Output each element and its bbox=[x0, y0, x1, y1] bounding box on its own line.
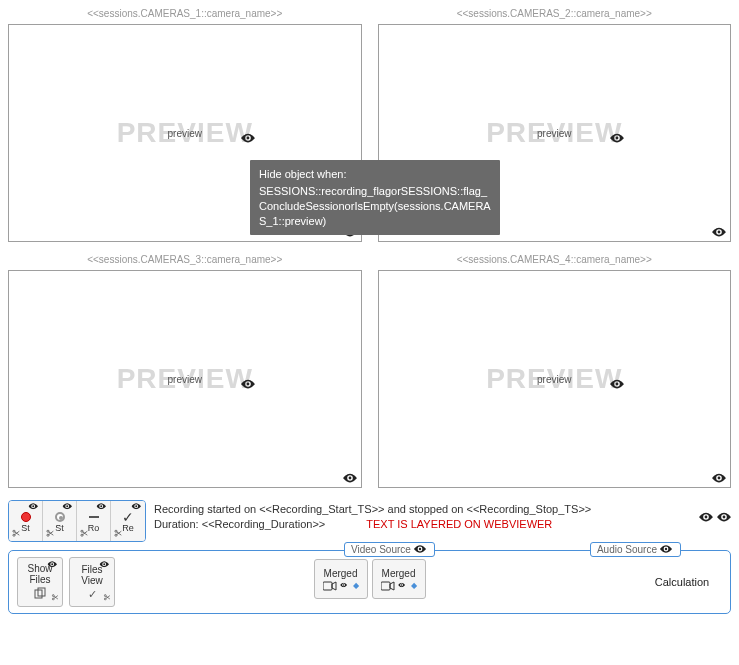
merge-buttons: Merged ◆ Merged ◆ bbox=[314, 559, 426, 599]
eye-icon bbox=[660, 545, 674, 555]
audio-source-tab[interactable]: Audio Source bbox=[590, 542, 681, 557]
camera-1-label: <<sessions.CAMERAS_1::camera_name>> bbox=[8, 8, 362, 22]
tab-label: Video Source bbox=[351, 544, 411, 555]
camera-grid: <<sessions.CAMERAS_1::camera_name>> PREV… bbox=[8, 8, 731, 488]
show-files-button[interactable]: Show Files bbox=[17, 557, 63, 607]
video-source-tab[interactable]: Video Source bbox=[344, 542, 435, 557]
diamond-icon: ◆ bbox=[353, 581, 359, 590]
scissors-icon bbox=[52, 594, 59, 602]
button-label: Merged bbox=[324, 568, 358, 579]
recording-status: Recording started on <<Recording_Start_T… bbox=[154, 500, 731, 533]
overlay-warning: TEXT IS LAYERED ON WEBVIEWER bbox=[366, 518, 552, 530]
tooltip-title: Hide object when: bbox=[259, 167, 491, 182]
scissors-icon bbox=[80, 529, 88, 539]
camcorder-icon bbox=[323, 581, 337, 591]
record-stop-button[interactable]: St bbox=[43, 501, 77, 541]
status-eyes bbox=[699, 512, 731, 522]
scissors-icon bbox=[12, 529, 20, 539]
check-icon: ✓ bbox=[122, 510, 134, 524]
camera-cell-3: <<sessions.CAMERAS_3::camera_name>> PREV… bbox=[8, 254, 362, 488]
button-label: Merged bbox=[382, 568, 416, 579]
eye-icon[interactable] bbox=[712, 473, 726, 483]
eye-icon bbox=[241, 379, 255, 389]
source-panel: Show Files Files View ✓ Merged ◆ Merged bbox=[8, 550, 731, 614]
scissors-icon bbox=[114, 529, 122, 539]
preview-field-placeholder: preview bbox=[535, 128, 573, 139]
duration-label: Duration: bbox=[154, 518, 199, 530]
tab-label: Audio Source bbox=[597, 544, 657, 555]
scissors-icon bbox=[46, 529, 54, 539]
eye-icon[interactable] bbox=[343, 473, 357, 483]
camera-4-preview-box[interactable]: PREVIEW preview bbox=[378, 270, 732, 488]
hide-condition-tooltip: Hide object when: SESSIONS::recording_fl… bbox=[250, 160, 500, 235]
eye-icon bbox=[47, 561, 58, 569]
stop-icon bbox=[55, 512, 65, 522]
eye-icon bbox=[241, 133, 255, 143]
eye-icon[interactable] bbox=[712, 227, 726, 237]
dash-icon bbox=[89, 516, 99, 518]
eye-icon bbox=[99, 561, 110, 569]
button-label: St bbox=[55, 524, 64, 533]
eye-icon[interactable] bbox=[699, 512, 713, 522]
preview-field-placeholder: preview bbox=[166, 374, 204, 385]
camera-3-label: <<sessions.CAMERAS_3::camera_name>> bbox=[8, 254, 362, 268]
record-icon bbox=[21, 512, 31, 522]
check-icon: ✓ bbox=[88, 588, 97, 600]
camera-3-preview-box[interactable]: PREVIEW preview bbox=[8, 270, 362, 488]
camera-4-label: <<sessions.CAMERAS_4::camera_name>> bbox=[378, 254, 732, 268]
diamond-icon: ◆ bbox=[411, 581, 417, 590]
recording-controls: St St Ro ✓ Re bbox=[8, 500, 146, 542]
controls-row: St St Ro ✓ Re Recording started on <<Rec… bbox=[8, 500, 731, 542]
button-label: St bbox=[21, 524, 30, 533]
eye-icon bbox=[414, 545, 428, 555]
merged-button-2[interactable]: Merged ◆ bbox=[372, 559, 426, 599]
duration-value: <<Recording_Duration>> bbox=[202, 518, 326, 530]
bottom-area: Video Source Audio Source Show Files Fil… bbox=[8, 550, 731, 614]
record-pause-button[interactable]: Ro bbox=[77, 501, 111, 541]
eye-icon bbox=[96, 503, 107, 511]
eye-icon bbox=[610, 133, 624, 143]
preview-field-placeholder: preview bbox=[535, 374, 573, 385]
eye-icon bbox=[340, 582, 350, 589]
status-line1: Recording started on <<Recording_Start_T… bbox=[154, 502, 731, 517]
scissors-icon bbox=[104, 594, 111, 602]
eye-icon bbox=[28, 503, 39, 511]
camera-2-label: <<sessions.CAMERAS_2::camera_name>> bbox=[378, 8, 732, 22]
tooltip-body: SESSIONS::recording_flagorSESSIONS::flag… bbox=[259, 185, 491, 227]
eye-icon bbox=[131, 503, 142, 511]
merged-button-1[interactable]: Merged ◆ bbox=[314, 559, 368, 599]
preview-field-placeholder: preview bbox=[166, 128, 204, 139]
button-label: Ro bbox=[88, 524, 100, 533]
record-start-button[interactable]: St bbox=[9, 501, 43, 541]
copy-icon bbox=[34, 587, 46, 601]
camera-cell-4: <<sessions.CAMERAS_4::camera_name>> PREV… bbox=[378, 254, 732, 488]
calculation-field[interactable]: Calculation bbox=[642, 557, 722, 607]
files-view-button[interactable]: Files View ✓ bbox=[69, 557, 115, 607]
eye-icon bbox=[610, 379, 624, 389]
record-done-button[interactable]: ✓ Re bbox=[111, 501, 145, 541]
camcorder-icon bbox=[381, 581, 395, 591]
eye-icon[interactable] bbox=[717, 512, 731, 522]
eye-icon bbox=[398, 582, 408, 589]
eye-icon bbox=[62, 503, 73, 511]
calculation-label: Calculation bbox=[655, 576, 709, 588]
button-label: Re bbox=[122, 524, 134, 533]
